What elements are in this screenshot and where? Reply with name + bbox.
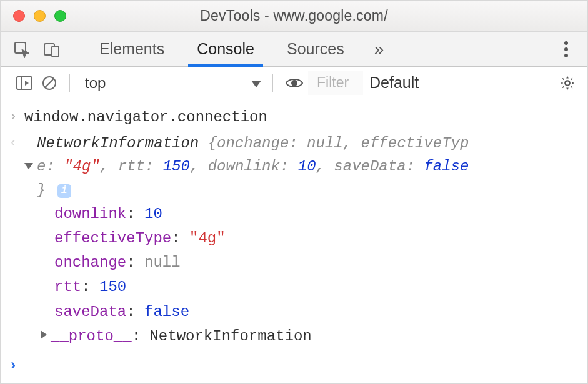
object-summary[interactable]: NetworkInformation {onchange: null, effe… xyxy=(24,132,577,202)
class-name: NetworkInformation xyxy=(37,135,199,152)
window-controls xyxy=(1,10,66,22)
tab-sources[interactable]: Sources xyxy=(271,32,361,66)
property-row[interactable]: downlink: 10 xyxy=(54,202,577,226)
property-row[interactable]: effectiveType: "4g" xyxy=(54,226,577,250)
panel-tabs: Elements Console Sources » xyxy=(83,32,397,66)
property-row[interactable]: rtt: 150 xyxy=(54,275,577,299)
inspect-element-icon[interactable] xyxy=(9,37,34,62)
svg-point-13 xyxy=(565,81,569,85)
console-filter-input[interactable] xyxy=(308,71,363,95)
property-row[interactable]: saveData: false xyxy=(54,300,577,324)
console-sidebar-toggle-icon[interactable] xyxy=(12,71,37,96)
main-menu-button[interactable] xyxy=(554,37,579,62)
property-row[interactable]: __proto__: NetworkInformation xyxy=(41,324,577,348)
kebab-icon xyxy=(564,41,569,58)
object-expanded: downlink: 10 effectiveType: "4g" onchang… xyxy=(24,202,577,348)
console-input-row[interactable]: › window.navigator.connection xyxy=(1,104,587,130)
clear-console-icon[interactable] xyxy=(37,71,62,96)
execution-context-select[interactable]: top xyxy=(77,72,265,94)
chevron-down-icon xyxy=(251,74,261,92)
disclosure-triangle-icon[interactable] xyxy=(24,163,33,169)
svg-rect-6 xyxy=(17,77,32,89)
input-marker-icon: › xyxy=(9,107,17,129)
svg-point-5 xyxy=(564,54,568,57)
console-body: › window.navigator.connection ‹ NetworkI… xyxy=(1,99,587,383)
tab-label: Elements xyxy=(99,40,164,58)
chevron-double-right-icon: » xyxy=(374,39,384,59)
svg-point-3 xyxy=(564,41,568,45)
titlebar: DevTools - www.google.com/ xyxy=(1,1,587,32)
tab-label: Sources xyxy=(287,40,344,58)
separator xyxy=(69,74,70,92)
more-tabs-button[interactable]: » xyxy=(361,32,398,66)
svg-marker-8 xyxy=(25,81,29,86)
svg-line-10 xyxy=(45,79,54,87)
console-toolbar: top Default xyxy=(1,67,587,99)
window-close-button[interactable] xyxy=(13,10,25,22)
svg-marker-11 xyxy=(251,81,261,87)
context-label: top xyxy=(85,74,106,92)
svg-point-4 xyxy=(564,47,568,51)
console-prompt[interactable]: › xyxy=(1,350,587,383)
console-command: window.navigator.connection xyxy=(24,106,577,129)
window-zoom-button[interactable] xyxy=(54,10,66,22)
separator xyxy=(272,74,273,92)
tab-console[interactable]: Console xyxy=(181,32,271,66)
info-badge-icon[interactable]: i xyxy=(57,184,71,198)
live-expression-icon[interactable] xyxy=(281,71,308,96)
devtools-tabstrip: Elements Console Sources » xyxy=(1,32,587,67)
disclosure-triangle-icon[interactable] xyxy=(41,330,47,339)
tab-label: Console xyxy=(197,40,254,58)
console-settings-icon[interactable] xyxy=(554,71,581,96)
level-label: Default xyxy=(369,74,419,92)
svg-point-12 xyxy=(291,80,297,86)
window-minimize-button[interactable] xyxy=(34,10,46,22)
tab-elements[interactable]: Elements xyxy=(83,32,181,66)
log-level-select[interactable]: Default xyxy=(363,71,425,94)
prompt-marker-icon: › xyxy=(2,354,24,377)
device-toolbar-icon[interactable] xyxy=(39,37,64,62)
property-row[interactable]: onchange: null xyxy=(54,250,577,275)
console-result-row[interactable]: ‹ NetworkInformation {onchange: null, ef… xyxy=(1,130,587,350)
window-title: DevTools - www.google.com/ xyxy=(1,7,587,24)
output-marker-icon: ‹ xyxy=(9,133,17,348)
svg-rect-2 xyxy=(52,46,59,57)
